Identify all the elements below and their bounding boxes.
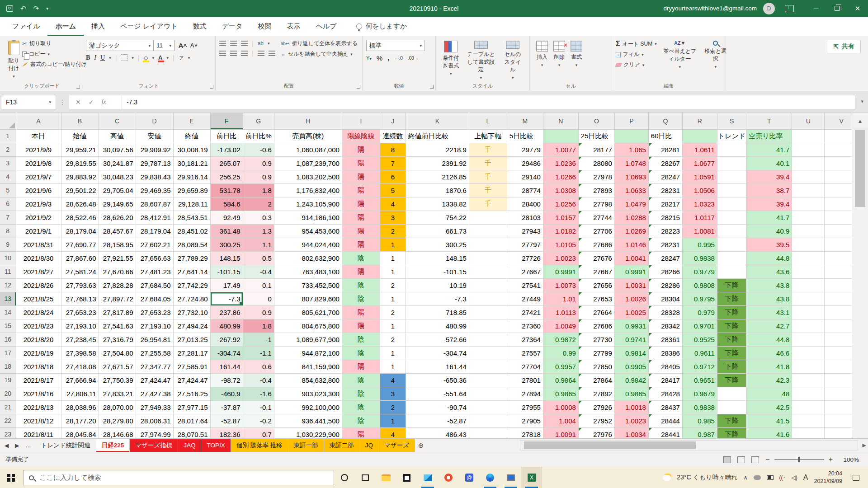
cell-B12[interactable]: 27,793.63	[61, 278, 99, 292]
row-header-17[interactable]: 17	[0, 346, 16, 360]
cell-G10[interactable]: 0.5	[243, 251, 274, 265]
cell-B14[interactable]: 27,653.23	[61, 305, 99, 319]
cell-A21[interactable]: 2021/8/13	[16, 400, 61, 414]
cell-O22[interactable]: 27952	[578, 414, 614, 427]
cell-N6[interactable]: 1.0256	[543, 197, 578, 211]
cell-R6[interactable]: 1.0323	[682, 197, 717, 211]
cell-J2[interactable]: 8	[380, 143, 406, 156]
cell-F5[interactable]: 531.78	[210, 183, 243, 197]
cell-R16[interactable]: 0.9525	[682, 333, 717, 346]
cell-S4[interactable]	[717, 170, 746, 183]
cell-L4[interactable]: 千	[469, 170, 507, 183]
cell-I7[interactable]: 陽	[342, 211, 380, 224]
cell-P17[interactable]: 0.9814	[614, 346, 648, 360]
cell-G23[interactable]: 0.7	[243, 427, 274, 438]
cell-H18[interactable]: 841,159,900	[274, 360, 342, 373]
cell-Q8[interactable]: 28223	[648, 224, 682, 238]
cell-L18[interactable]	[469, 360, 507, 373]
conditional-formatting-button[interactable]: 条件付き書式▾	[439, 39, 462, 82]
cell-C20[interactable]: 27,833.21	[99, 387, 136, 400]
cell-K5[interactable]: 1870.6	[406, 183, 469, 197]
column-header-M[interactable]: M	[507, 113, 543, 129]
sheet-tab-6[interactable]: 東証一部	[288, 439, 324, 452]
header-cell-R1[interactable]	[682, 129, 717, 143]
row-header-14[interactable]: 14	[0, 305, 16, 319]
cell-R13[interactable]: 0.9795	[682, 292, 717, 305]
cell-G17[interactable]: -1.1	[243, 346, 274, 360]
sheet-tab-7[interactable]: 東証二部	[324, 439, 360, 452]
cell-T5[interactable]: 38.7	[746, 183, 792, 197]
cell-B9[interactable]: 27,690.77	[61, 238, 99, 251]
cell-L7[interactable]	[469, 211, 507, 224]
cell-N19[interactable]: 0.9864	[543, 373, 578, 387]
cell-I13[interactable]: 陰	[342, 292, 380, 305]
cell-N17[interactable]: 0.99	[543, 346, 578, 360]
cell-S22[interactable]: 下降	[717, 414, 746, 427]
cell-O16[interactable]: 27730	[578, 333, 614, 346]
battery-icon[interactable]	[767, 475, 774, 480]
cell-D18[interactable]: 27,347.77	[136, 360, 173, 373]
font-size-select[interactable]: 11▾	[154, 40, 175, 51]
column-header-O[interactable]: O	[578, 113, 614, 129]
cell-J14[interactable]: 2	[380, 305, 406, 319]
cell-B15[interactable]: 27,193.10	[61, 319, 99, 333]
percent-icon[interactable]: %	[377, 54, 382, 62]
cell-I3[interactable]: 陽	[342, 156, 380, 170]
sheet-tab-5[interactable]: 個別 騰落率 推移	[231, 439, 288, 452]
increase-font-icon[interactable]: A˄	[179, 42, 187, 49]
tray-expand-icon[interactable]: ∧	[744, 474, 748, 481]
header-cell-P1[interactable]	[614, 129, 648, 143]
cell-J21[interactable]: 2	[380, 400, 406, 414]
minimize-button[interactable]: ─	[806, 0, 826, 17]
cell-Q18[interactable]: 28405	[648, 360, 682, 373]
cell-T3[interactable]: 40.1	[746, 156, 792, 170]
cell-F15[interactable]: 480.99	[210, 319, 243, 333]
header-cell-K1[interactable]: 終値前日比較	[406, 129, 469, 143]
cell-U17[interactable]	[792, 346, 825, 360]
cell-D10[interactable]: 27,656.63	[136, 251, 173, 265]
cell-J6[interactable]: 4	[380, 197, 406, 211]
cell-I21[interactable]: 陰	[342, 400, 380, 414]
cell-N9[interactable]: 1.0105	[543, 238, 578, 251]
cell-H15[interactable]: 804,675,800	[274, 319, 342, 333]
row-header-21[interactable]: 21	[0, 400, 16, 414]
cell-N4[interactable]: 1.0266	[543, 170, 578, 183]
cell-G21[interactable]: -0.1	[243, 400, 274, 414]
horizontal-scrollbar[interactable]	[520, 440, 858, 450]
cell-T19[interactable]: 42.3	[746, 373, 792, 387]
row-header-18[interactable]: 18	[0, 360, 16, 373]
cell-E20[interactable]: 27,516.25	[173, 387, 210, 400]
cell-O23[interactable]: 27976	[578, 427, 614, 438]
cell-O13[interactable]: 27653	[578, 292, 614, 305]
header-cell-A1[interactable]: 本日	[16, 129, 61, 143]
cell-T7[interactable]: 41.7	[746, 211, 792, 224]
cell-J13[interactable]: 1	[380, 292, 406, 305]
page-layout-view-icon[interactable]	[737, 456, 745, 463]
volume-icon[interactable]: ◁)	[792, 474, 797, 481]
cell-I19[interactable]: 陰	[342, 373, 380, 387]
sheet-tab-1[interactable]: 日経225	[96, 439, 130, 452]
cell-T13[interactable]: 43.8	[746, 292, 792, 305]
cell-N15[interactable]: 1.0049	[543, 319, 578, 333]
cell-M22[interactable]: 27905	[507, 414, 543, 427]
cell-J9[interactable]: 1	[380, 238, 406, 251]
row-header-10[interactable]: 10	[0, 251, 16, 265]
cell-K15[interactable]: 480.99	[406, 319, 469, 333]
row-header-23[interactable]: 23	[0, 427, 16, 438]
column-header-P[interactable]: P	[614, 113, 648, 129]
delete-cells-button[interactable]: ✕ 削除▾	[551, 39, 568, 82]
cell-H23[interactable]: 1,030,229,900	[274, 427, 342, 438]
row-header-22[interactable]: 22	[0, 414, 16, 427]
cell-E21[interactable]: 27,977.15	[173, 400, 210, 414]
cell-S2[interactable]	[717, 143, 746, 156]
cell-D7[interactable]: 28,412.91	[136, 211, 173, 224]
cell-S9[interactable]	[717, 238, 746, 251]
cell-G4[interactable]: 0.9	[243, 170, 274, 183]
cell-G18[interactable]: 0.6	[243, 360, 274, 373]
cell-F9[interactable]: 300.25	[210, 238, 243, 251]
cell-F3[interactable]: 265.07	[210, 156, 243, 170]
cell-F22[interactable]: -52.87	[210, 414, 243, 427]
enter-icon[interactable]: ✓	[89, 99, 94, 106]
cell-L14[interactable]	[469, 305, 507, 319]
cell-J18[interactable]: 1	[380, 360, 406, 373]
